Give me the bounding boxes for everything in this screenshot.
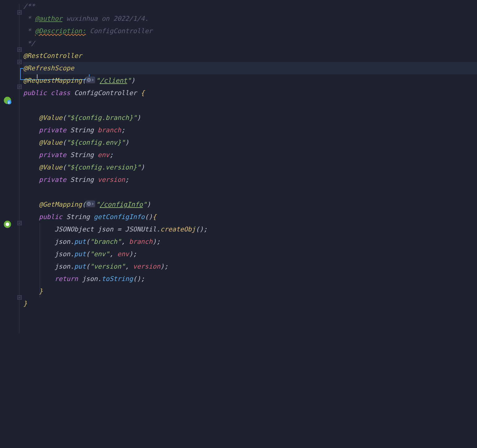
- string-literal: "${config.branch}": [66, 114, 137, 121]
- type-name: String: [70, 151, 94, 159]
- type-name: JSONObject: [55, 226, 94, 233]
- code-line[interactable]: /**: [23, 0, 477, 12]
- string-literal: "${config.version}": [66, 164, 141, 171]
- code-line[interactable]: public class ConfigController {: [23, 87, 477, 99]
- field-ref: branch: [129, 238, 152, 245]
- comment-text: */: [23, 40, 35, 47]
- code-line[interactable]: @Value("${config.version}"): [23, 161, 477, 173]
- class-name: ConfigController: [74, 89, 137, 97]
- url-path[interactable]: /client: [100, 77, 127, 84]
- javadoc-tag: @author: [35, 15, 63, 22]
- comment-text: /**: [23, 2, 35, 10]
- annotation: @RestController: [23, 52, 82, 59]
- method-name: getConfigInfo: [94, 213, 145, 221]
- annotation: @GetMapping: [39, 201, 82, 208]
- type-name: String: [70, 176, 94, 183]
- code-line[interactable]: JSONObject json = JSONUtil.createObj();: [23, 223, 477, 235]
- fold-marker-icon[interactable]: −: [17, 10, 22, 15]
- url-inlay-icon[interactable]: [86, 77, 95, 83]
- string-literal: "version": [90, 263, 125, 270]
- code-line[interactable]: @RequestMapping("/client"): [23, 74, 477, 87]
- type-name: String: [66, 213, 90, 221]
- svg-point-1: [7, 100, 11, 104]
- field-ref: version: [133, 263, 160, 270]
- code-line[interactable]: @Value("${config.env}"): [23, 136, 477, 149]
- method-call: put: [74, 238, 86, 245]
- string-literal: "env": [90, 250, 109, 258]
- variable-name: json: [98, 226, 113, 233]
- keyword: public: [23, 89, 47, 97]
- spring-bean-icon[interactable]: [3, 96, 12, 105]
- code-line[interactable]: json.put("env", env);: [23, 248, 477, 260]
- code-line[interactable]: private String env;: [23, 149, 477, 161]
- type-name: JSONUtil: [125, 226, 156, 233]
- string-literal: ": [127, 77, 131, 84]
- code-line[interactable]: @Value("${config.branch}"): [23, 112, 477, 124]
- code-line[interactable]: [23, 99, 477, 112]
- code-line[interactable]: @RestController: [23, 50, 477, 62]
- method-call: put: [74, 250, 86, 258]
- comment-text: *: [23, 27, 35, 35]
- spring-bean-icon[interactable]: [3, 220, 12, 229]
- code-line[interactable]: }: [23, 285, 477, 297]
- code-line[interactable]: * @Description: ConfigController: [23, 25, 477, 37]
- comment-text: wuxinhua on 2022/1/4.: [62, 15, 148, 22]
- code-line[interactable]: return json.toString();: [23, 273, 477, 285]
- fold-marker-icon[interactable]: −: [17, 221, 22, 225]
- keyword: public: [39, 213, 63, 221]
- string-literal: "branch": [90, 238, 121, 245]
- url-inlay-icon[interactable]: [86, 200, 95, 207]
- code-area[interactable]: . /** * @author wuxinhua on 2022/1/4. * …: [23, 0, 477, 448]
- keyword: private: [39, 151, 67, 159]
- keyword: return: [55, 275, 78, 283]
- method-call: createObj: [160, 226, 196, 233]
- code-line[interactable]: }: [23, 297, 477, 310]
- punctuation: }: [39, 288, 43, 295]
- code-editor[interactable]: − − − − − − . /** * @author wuxinhua on: [0, 0, 477, 448]
- field-ref: env: [117, 250, 129, 258]
- field-name: branch: [98, 126, 121, 134]
- code-line[interactable]: */: [23, 37, 477, 50]
- punctuation: {: [141, 89, 145, 97]
- string-literal: "${config.env}": [66, 139, 125, 146]
- fold-end-marker-icon[interactable]: −: [17, 47, 22, 52]
- code-line[interactable]: json.put("version", version);: [23, 260, 477, 273]
- code-line[interactable]: private String version;: [23, 173, 477, 186]
- code-line[interactable]: @GetMapping("/configInfo"): [23, 198, 477, 211]
- javadoc-tag: @Description:: [35, 27, 86, 35]
- punctuation: ): [131, 77, 135, 84]
- keyword: private: [39, 176, 67, 183]
- code-line[interactable]: json.put("branch", branch);: [23, 235, 477, 248]
- code-line[interactable]: @RefreshScope: [23, 62, 477, 74]
- type-name: String: [70, 126, 94, 134]
- fold-marker-icon[interactable]: −: [17, 85, 22, 89]
- fold-marker-icon[interactable]: −: [17, 60, 22, 64]
- field-name: env: [98, 151, 109, 159]
- comment-text: ConfigController: [86, 27, 152, 35]
- keyword: private: [39, 126, 67, 134]
- code-line[interactable]: [23, 186, 477, 198]
- comment-text: *: [23, 15, 35, 22]
- code-line[interactable]: * @author wuxinhua on 2022/1/4.: [23, 12, 477, 25]
- code-line[interactable]: public String getConfigInfo(){: [23, 211, 477, 223]
- annotation: @RefreshScope: [23, 64, 74, 72]
- keyword: class: [51, 89, 70, 97]
- annotation: @RequestMapping: [23, 77, 82, 84]
- editor-gutter: − − − − − −: [0, 0, 23, 448]
- method-call: toString: [102, 275, 133, 283]
- punctuation: }: [23, 300, 27, 307]
- annotation: @Value: [39, 114, 63, 121]
- fold-end-marker-icon[interactable]: −: [17, 295, 22, 300]
- annotation: @Value: [39, 164, 63, 171]
- url-path[interactable]: /configInfo: [100, 201, 143, 208]
- annotation: @Value: [39, 139, 63, 146]
- string-literal: ": [96, 77, 100, 84]
- method-call: put: [74, 263, 86, 270]
- punctuation: (: [82, 77, 86, 84]
- code-line[interactable]: private String branch;: [23, 124, 477, 136]
- field-name: version: [98, 176, 125, 183]
